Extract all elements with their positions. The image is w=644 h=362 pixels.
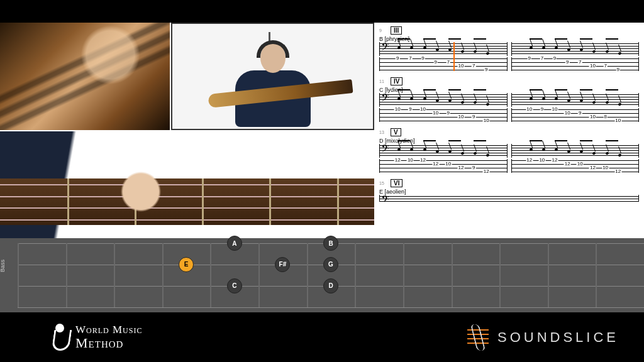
video-closeup-left-hand[interactable]	[0, 131, 374, 238]
video-column	[0, 23, 374, 238]
mode-label: E [aeolien]	[379, 189, 639, 195]
fretboard-note[interactable]: D	[323, 278, 338, 293]
measure[interactable]: 𝄢979971079	[379, 42, 508, 71]
world-music-method-logo: World Music Method	[50, 324, 142, 351]
roman-numeral: III	[391, 26, 402, 35]
measure[interactable]: 979971079	[511, 42, 640, 71]
roman-numeral: VI	[391, 179, 402, 187]
fretboard-note[interactable]: A	[227, 236, 242, 251]
fretboard-note[interactable]: B	[323, 236, 338, 251]
measure[interactable]: 𝄢121012121012912	[379, 144, 508, 173]
fretboard-note[interactable]: F#	[275, 257, 290, 272]
mode-label: B [phrygien]	[379, 36, 639, 42]
measure[interactable]: 𝄢	[379, 195, 639, 202]
notation-system: 11IVC [lydien]𝄢1091010910910109101091081…	[379, 77, 639, 122]
soundslice-logo: SOUNDSLICE	[467, 327, 619, 348]
fretboard-label: Bass	[0, 260, 6, 272]
main-content: 9IIIB [phrygien]𝄢97997107997997107911IVC…	[0, 23, 644, 238]
fretboard-note[interactable]: C	[227, 278, 242, 293]
notation-system: 13VD [mixolydien]𝄢1210121210129121210121…	[379, 128, 639, 173]
mode-label: C [lydien]	[379, 87, 639, 93]
letterbox-top	[0, 0, 644, 23]
video-closeup-right-hand[interactable]	[0, 23, 170, 130]
video-wide-shot[interactable]	[171, 23, 374, 130]
footer: World Music Method SOUNDSLICE	[0, 312, 644, 362]
fretboard-note[interactable]: G	[323, 257, 338, 272]
mode-label: D [mixolydien]	[379, 138, 639, 144]
notation-system: 9IIIB [phrygien]𝄢979971079979971079	[379, 26, 639, 71]
roman-numeral: IV	[391, 77, 402, 85]
roman-numeral: V	[391, 128, 401, 136]
notation-system: 15VIE [aeolien]𝄢	[379, 179, 639, 202]
notation-panel[interactable]: 9IIIB [phrygien]𝄢97997107997997107911IVC…	[374, 23, 644, 238]
fretboard-diagram[interactable]: Bass ABEF#GCD	[0, 238, 644, 312]
measure[interactable]: 1210121210121012	[511, 144, 640, 173]
fretboard-note[interactable]: E	[179, 257, 194, 272]
soundslice-icon	[467, 327, 489, 348]
measure[interactable]: 1091010910810	[511, 93, 640, 122]
wmm-icon	[50, 324, 69, 351]
measure[interactable]: 𝄢1091010910910	[379, 93, 508, 122]
playhead[interactable]	[453, 42, 455, 71]
